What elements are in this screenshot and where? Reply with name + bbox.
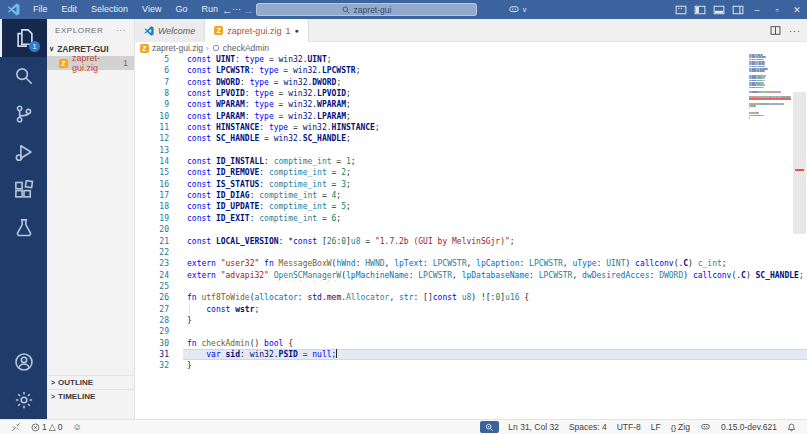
status-eol[interactable]: LF — [646, 420, 666, 434]
activity-extensions-icon[interactable] — [0, 171, 47, 209]
code-line[interactable]: 9const WPARAM: type = win32.WPARAM; — [135, 99, 807, 110]
customize-layout-icon[interactable] — [671, 0, 690, 19]
code-line[interactable]: 27 const wstr; — [135, 304, 807, 315]
more-actions-icon[interactable]: ··· — [789, 26, 801, 36]
code-line[interactable]: 20 — [135, 224, 807, 235]
line-number: 9 — [135, 99, 183, 110]
code-line[interactable]: 6const LPCWSTR: type = win32.LPCWSTR; — [135, 65, 807, 76]
code-line[interactable]: 18const ID_UPDATE: comptime_int = 5; — [135, 201, 807, 212]
activity-testing-icon[interactable] — [0, 209, 47, 247]
forward-arrow-icon[interactable]: → — [243, 4, 254, 16]
code-line[interactable]: 22 — [135, 247, 807, 258]
restore-icon[interactable]: ▫ — [767, 0, 787, 19]
sidebar-title: EXPLORER — [55, 26, 103, 35]
status-encoding[interactable]: UTF-8 — [612, 420, 646, 434]
copilot-menu-button[interactable]: ∨ — [508, 2, 527, 17]
menu-edit[interactable]: Edit — [55, 0, 85, 19]
menu-view[interactable]: View — [135, 0, 168, 19]
modified-indicator[interactable]: ● — [294, 27, 298, 34]
menu-file[interactable]: File — [26, 0, 55, 19]
activity-search-icon[interactable] — [0, 57, 47, 95]
symbol-method-icon — [212, 44, 220, 52]
activity-run-debug-icon[interactable] — [0, 133, 47, 171]
code-line[interactable]: 7const DWORD: type = win32.DWORD; — [135, 77, 807, 88]
more-actions-icon[interactable]: ··· — [116, 26, 126, 35]
code-line[interactable]: 17const ID_DIAG: comptime_int = 4; — [135, 190, 807, 201]
line-number: 31 — [135, 349, 183, 360]
code-line[interactable]: 24extern "advapi32" OpenSCManagerW(lpMac… — [135, 270, 807, 281]
menu-selection[interactable]: Selection — [84, 0, 135, 19]
line-number: 11 — [135, 122, 183, 133]
file-name: zapret-gui.zig — [72, 53, 119, 73]
code-line[interactable]: 21const LOCAL_VERSION: *const [26:0]u8 =… — [135, 236, 807, 247]
file-item-zapret-gui.zig[interactable]: Zzapret-gui.zig1 — [47, 56, 134, 70]
line-content: const LOCAL_VERSION: *const [26:0]u8 = "… — [183, 236, 807, 247]
code-line[interactable]: 30fn checkAdmin() bool { — [135, 338, 807, 349]
status-zoom-status[interactable] — [480, 421, 499, 433]
scrollbar[interactable] — [790, 42, 807, 419]
code-line[interactable]: 29 — [135, 326, 807, 337]
toggle-panel-icon[interactable] — [709, 0, 728, 19]
code-line[interactable]: 15const ID_REMOVE: comptime_int = 2; — [135, 167, 807, 178]
code-line[interactable]: 28} — [135, 315, 807, 326]
minimap[interactable] — [748, 54, 790, 234]
badge: 1 — [29, 41, 40, 52]
code-line[interactable]: 10const LPARAM: type = win32.LPARAM; — [135, 111, 807, 122]
status-text: 0.15.0-dev.621 — [721, 422, 777, 432]
status-cursor-position[interactable]: Ln 31, Col 32 — [503, 420, 564, 434]
activity-bar: 1 — [0, 19, 47, 419]
status-remote-indicator[interactable] — [6, 420, 26, 434]
code-line[interactable]: 13 — [135, 145, 807, 156]
close-icon[interactable]: ✕ — [787, 0, 807, 19]
toggle-sidebar-icon[interactable] — [690, 0, 709, 19]
back-arrow-icon[interactable]: ← — [222, 4, 233, 16]
breadcrumb-item[interactable]: checkAdmin — [212, 43, 269, 53]
breadcrumb-item[interactable]: Zzapret-gui.zig — [140, 43, 203, 53]
tab-zapret-gui-zig[interactable]: Zzapret-gui.zig1● — [205, 19, 308, 42]
command-center-search[interactable]: zapret-gui — [256, 3, 477, 16]
chevron-down-icon: ∨ — [522, 6, 527, 14]
status-text: Spaces: 4 — [569, 422, 607, 432]
code-line[interactable]: 26fn utf8ToWide(allocator: std.mem.Alloc… — [135, 292, 807, 303]
line-content: const UINT: type = win32.UINT; — [183, 54, 807, 65]
code-line[interactable]: 12const SC_HANDLE = win32.SC_HANDLE; — [135, 133, 807, 144]
status-indentation[interactable]: Spaces: 4 — [564, 420, 612, 434]
code-line[interactable]: 23extern "user32" fn MessageBoxW(hWnd: H… — [135, 258, 807, 269]
smiley-icon: ☺ — [72, 422, 81, 432]
status-problems[interactable]: 1△0 — [26, 420, 67, 434]
section-outline[interactable]: >OUTLINE — [47, 375, 135, 389]
code-line[interactable]: 14const ID_INSTALL: comptime_int = 1; — [135, 156, 807, 167]
split-editor-icon[interactable] — [770, 25, 781, 36]
code-line[interactable]: 32} — [135, 360, 807, 371]
status-zig-version[interactable]: 0.15.0-dev.621 — [716, 420, 782, 434]
toggle-secondary-sidebar-icon[interactable] — [728, 0, 747, 19]
menu-go[interactable]: Go — [168, 0, 194, 19]
status-feedback[interactable]: ☺ — [67, 420, 86, 434]
zig-file-icon: Z — [214, 26, 223, 35]
activity-source-control-icon[interactable] — [0, 95, 47, 133]
account-icon — [14, 352, 34, 372]
activity-settings-gear-icon[interactable] — [0, 381, 47, 419]
explorer-sidebar: EXPLORER ··· ∨ ZAPRET-GUI Zzapret-gui.zi… — [47, 19, 135, 419]
tab-welcome[interactable]: Welcome — [135, 19, 205, 42]
search-icon — [14, 66, 34, 86]
editor-actions: ··· — [770, 19, 801, 42]
code-line[interactable]: 25 — [135, 281, 807, 292]
status-copilot-status[interactable] — [695, 420, 716, 434]
status-language-mode[interactable]: {}Zig — [666, 420, 695, 434]
code-line[interactable]: 5const UINT: type = win32.UINT; — [135, 54, 807, 65]
section-timeline[interactable]: >TIMELINE — [47, 389, 135, 403]
minimize-icon[interactable]: – — [747, 0, 767, 19]
code-line[interactable]: 16const IS_STATUS: comptime_int = 3; — [135, 179, 807, 190]
error-count-badge: 1 — [123, 58, 128, 68]
activity-files-icon[interactable]: 1 — [0, 19, 47, 57]
menu-run[interactable]: Run — [194, 0, 225, 19]
code-line[interactable]: 31 var sid: win32.PSID = null; — [135, 349, 807, 360]
code-editor[interactable]: 5const UINT: type = win32.UINT;6const LP… — [135, 54, 807, 423]
code-line[interactable]: 8const LPVOID: type = win32.LPVOID; — [135, 88, 807, 99]
status-notifications[interactable] — [782, 420, 801, 434]
code-line[interactable]: 11const HINSTANCE: type = win32.HINSTANC… — [135, 122, 807, 133]
activity-account-icon[interactable] — [0, 343, 47, 381]
code-line[interactable]: 19const ID_EXIT: comptime_int = 6; — [135, 213, 807, 224]
scrollbar-slider[interactable] — [793, 92, 806, 234]
